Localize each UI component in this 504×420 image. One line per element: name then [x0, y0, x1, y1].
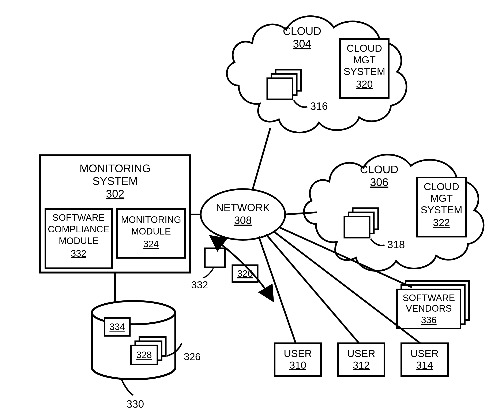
svg-text:SYSTEM: SYSTEM: [420, 204, 462, 216]
svg-text:SOFTWARE: SOFTWARE: [52, 212, 105, 223]
cloud-306-title: CLOUD: [360, 163, 398, 176]
software-vendors-ref: 336: [421, 315, 436, 325]
svg-text:COMPLIANCE: COMPLIANCE: [48, 224, 109, 234]
software-compliance-module: SOFTWARE COMPLIANCE MODULE 332: [45, 209, 112, 268]
user-312: USER 312: [338, 343, 384, 376]
svg-line-49: [259, 237, 296, 343]
floating-326-ref: 326: [237, 268, 253, 279]
svg-text:MGT: MGT: [430, 193, 453, 204]
software-compliance-module-ref: 332: [71, 248, 86, 258]
svg-text:MODULE: MODULE: [131, 226, 171, 236]
db-330-ref: 330: [126, 398, 144, 410]
svg-text:MGT: MGT: [353, 54, 376, 66]
svg-text:VENDORS: VENDORS: [406, 303, 452, 313]
database-330: 334 328 326 330: [92, 301, 201, 410]
svg-rect-25: [205, 248, 225, 267]
svg-text:USER: USER: [410, 348, 438, 359]
cloud-mgt-320-ref: 320: [356, 78, 373, 90]
user-314-ref: 314: [416, 360, 433, 371]
monitoring-module: MONITORING MODULE 324: [117, 209, 185, 258]
network-title: NETWORK: [216, 202, 270, 214]
cloud-mgt-320: CLOUD MGT SYSTEM 320: [340, 39, 389, 98]
floating-box-332: 332: [191, 248, 225, 290]
cloud-306-ref: 306: [370, 176, 389, 188]
svg-text:SYSTEM: SYSTEM: [343, 66, 385, 77]
cloud-306: CLOUD 306 318 CLOUD MGT SYSTEM 322: [304, 155, 484, 271]
db-leader-326-ref: 326: [184, 351, 201, 362]
db-item-334-ref: 334: [109, 322, 125, 332]
user-310: USER 310: [275, 343, 321, 376]
cloud-304-title: CLOUD: [283, 25, 321, 37]
svg-text:SYSTEM: SYSTEM: [92, 175, 138, 187]
svg-text:MONITORING: MONITORING: [121, 214, 181, 225]
vm-316-ref: 316: [310, 100, 328, 112]
user-314: USER 314: [401, 343, 448, 376]
svg-text:CLOUD: CLOUD: [424, 181, 459, 192]
user-310-ref: 310: [289, 360, 306, 371]
software-vendors: SOFTWARE VENDORS 336: [397, 281, 469, 329]
cloud-304-ref: 304: [293, 38, 311, 50]
cloud-mgt-322: CLOUD MGT SYSTEM 322: [417, 177, 466, 237]
svg-text:USER: USER: [347, 348, 375, 359]
network-node: NETWORK 308: [201, 189, 285, 240]
floating-box-326: 326: [232, 265, 258, 282]
system-diagram: CLOUD 304 316 CLOUD MGT SYSTEM 320 CLOUD…: [0, 0, 504, 420]
svg-line-45: [252, 128, 270, 190]
svg-text:MODULE: MODULE: [59, 236, 98, 246]
vm-318-ref: 318: [387, 239, 405, 251]
svg-text:MONITORING: MONITORING: [79, 162, 151, 174]
user-312-ref: 312: [353, 360, 370, 371]
svg-rect-9: [344, 216, 370, 238]
svg-text:SOFTWARE: SOFTWARE: [403, 293, 455, 303]
svg-rect-2: [267, 78, 293, 99]
svg-text:USER: USER: [284, 348, 312, 359]
monitoring-system-ref: 302: [106, 188, 124, 200]
network-ref: 308: [234, 214, 252, 226]
monitoring-system: MONITORING SYSTEM 302 SOFTWARE COMPLIANC…: [40, 155, 190, 273]
cloud-mgt-322-ref: 322: [433, 217, 450, 228]
monitoring-module-ref: 324: [143, 239, 159, 249]
cloud-304: CLOUD 304 316 CLOUD MGT SYSTEM 320: [227, 16, 407, 133]
db-item-328-ref: 328: [136, 350, 152, 360]
svg-text:CLOUD: CLOUD: [347, 43, 382, 54]
floating-332-ref: 332: [191, 279, 208, 290]
